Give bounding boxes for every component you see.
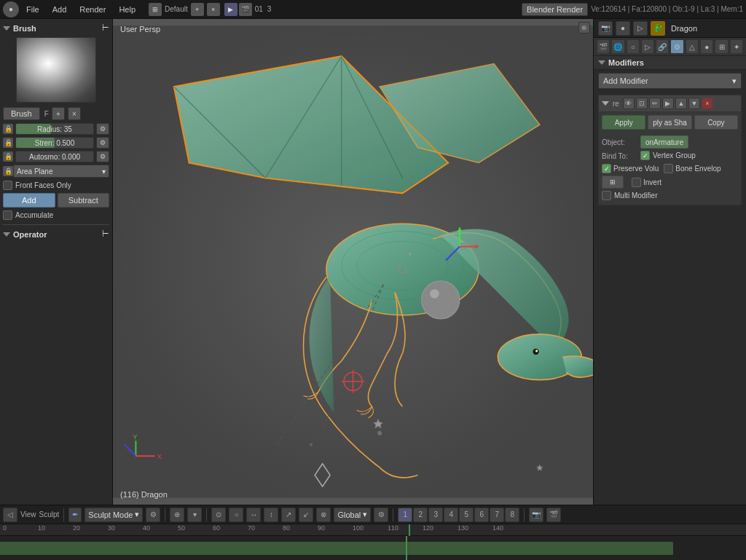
autosmooth-slider[interactable]: Autosmo: 0.000 [15, 151, 94, 162]
strength-slider[interactable]: Stren: 0.500 [15, 137, 94, 149]
front-faces-checkbox[interactable] [3, 181, 12, 190]
modifiers-section-header[interactable]: Modifiers [594, 56, 746, 70]
tool3-icon[interactable]: ↗ [281, 508, 296, 522]
autosmooth-lock-icon[interactable]: 🔒 [3, 151, 13, 162]
blender-logo-icon[interactable]: ● [3, 1, 19, 17]
mode-options-icon[interactable]: ⚙ [146, 508, 160, 522]
global-options-icon[interactable]: ⚙ [374, 508, 388, 522]
layer5-icon[interactable]: 5 [459, 508, 474, 522]
tool2-icon[interactable]: ↕ [264, 508, 278, 522]
scene-icon[interactable]: 🎬 [239, 3, 252, 16]
scene-props-icon[interactable]: 🌐 [611, 39, 624, 54]
accumulate-checkbox[interactable] [3, 210, 12, 220]
add-brush-btn[interactable]: + [52, 107, 65, 120]
bone-envelop-checkbox[interactable] [664, 164, 673, 173]
copy-btn[interactable]: Copy [694, 115, 738, 130]
particle-props-icon[interactable]: ✦ [730, 39, 743, 54]
edit-mode-icon[interactable]: ✏ [649, 98, 661, 109]
brush-tab[interactable]: Brush [3, 107, 40, 120]
render-menu[interactable]: Render [74, 4, 111, 15]
subtract-button[interactable]: Subtract [58, 193, 110, 208]
vertex-group-checkbox[interactable]: ✓ [640, 151, 650, 160]
timeline-frame-cursor[interactable] [406, 536, 407, 560]
realtime-icon[interactable]: ▶ [662, 98, 674, 109]
render-visibility-icon[interactable]: 👁 [623, 98, 635, 109]
modifiers-collapse-icon[interactable] [598, 60, 605, 65]
object-props-icon[interactable]: ▷ [641, 39, 654, 54]
world-props-icon[interactable]: ○ [627, 39, 640, 54]
viewport-corner-btn[interactable]: ⊕ [578, 22, 590, 33]
layer2-icon[interactable]: 2 [413, 508, 428, 522]
modifier-expand-icon[interactable] [602, 101, 609, 106]
sculpt-menu-btn[interactable]: Sculpt [39, 510, 60, 518]
help-menu[interactable]: Help [113, 4, 141, 15]
add-button[interactable]: Add [3, 193, 55, 208]
camera-icon-btn[interactable]: 📷 [598, 21, 613, 36]
engine-dropdown[interactable]: Blender Render [522, 3, 588, 16]
mode-lock-icon[interactable]: 🔒 [3, 166, 13, 176]
up-icon[interactable]: ▲ [675, 98, 687, 109]
preserve-vol-checkbox[interactable]: ✓ [602, 164, 611, 173]
camera-view-icon[interactable]: 📷 [529, 508, 543, 522]
add-layout-icon[interactable]: + [191, 3, 204, 16]
remove-brush-btn[interactable]: × [68, 107, 81, 120]
layer4-icon[interactable]: 4 [444, 508, 458, 522]
global-selector[interactable]: Global ▾ [334, 508, 371, 522]
layer8-icon[interactable]: 8 [505, 508, 519, 522]
brush-collapse-icon[interactable] [3, 26, 10, 31]
radius-options-btn[interactable]: ⚙ [96, 123, 109, 135]
render-icon[interactable]: 🎬 [546, 508, 561, 522]
timeline-cursor[interactable] [409, 524, 410, 536]
autosmooth-options-btn[interactable]: ⚙ [96, 151, 109, 162]
modifier-close-btn[interactable]: × [702, 98, 712, 109]
data-props-icon[interactable]: △ [686, 39, 699, 54]
invert-checkbox[interactable] [632, 178, 641, 187]
cage-icon[interactable]: ⊡ [636, 98, 648, 109]
down-icon[interactable]: ▼ [688, 98, 700, 109]
radius-slider[interactable]: Radius: 35 [15, 123, 94, 135]
tool4-icon[interactable]: ↙ [299, 508, 313, 522]
view-menu-btn[interactable]: View [20, 510, 36, 518]
radius-lock-icon[interactable]: 🔒 [3, 124, 13, 134]
tool1-icon[interactable]: ↔ [246, 508, 261, 522]
layer6-icon[interactable]: 6 [474, 508, 489, 522]
operator-collapse-icon[interactable] [3, 232, 10, 237]
multi-modifier-checkbox[interactable] [602, 191, 611, 200]
modifier-props-icon[interactable]: ⚙ [670, 39, 683, 54]
add-menu[interactable]: Add [47, 4, 73, 15]
layer7-icon[interactable]: 7 [490, 508, 504, 522]
operator-minimize-icon[interactable]: ⊢ [102, 229, 109, 239]
apply-btn[interactable]: Apply [602, 115, 645, 130]
texture-props-icon[interactable]: ⊞ [715, 39, 728, 54]
layer1-icon[interactable]: 1 [398, 508, 412, 522]
tool5-icon[interactable]: ⊗ [316, 508, 331, 522]
strength-options-btn[interactable]: ⚙ [96, 137, 109, 149]
dragon-icon[interactable]: 🐉 [651, 21, 665, 36]
accumulate-row: Accumulate [3, 210, 109, 220]
mode-selector[interactable]: Sculpt Mode ▾ [85, 508, 143, 522]
ply-as-sha-btn[interactable]: ply as Sha [648, 115, 691, 130]
viewport[interactable]: User Persp ⊕ [113, 19, 593, 505]
render-icon[interactable]: ▶ [224, 3, 237, 16]
armature-btn[interactable]: onArmature [640, 135, 688, 149]
material-props-icon[interactable]: ● [700, 39, 713, 54]
pivot-options-icon[interactable]: ▾ [187, 508, 202, 522]
nav-icon-btn[interactable]: ▷ [633, 21, 648, 36]
object-icon-btn[interactable]: ● [616, 21, 630, 36]
add-modifier-dropdown[interactable]: Add Modifier ▾ [598, 73, 742, 89]
constraint-props-icon[interactable]: 🔗 [656, 39, 669, 54]
timeline-track[interactable] [0, 536, 746, 560]
strength-lock-icon[interactable]: 🔒 [3, 138, 13, 148]
grid-prop-btn[interactable]: ⊞ [602, 176, 624, 189]
proportional-icon[interactable]: ○ [229, 508, 243, 522]
panel-minimize-icon[interactable]: ⊢ [102, 23, 109, 33]
layout-icon[interactable]: ⊞ [149, 3, 162, 16]
view-left-icon[interactable]: ◁ [3, 508, 17, 522]
layer3-icon[interactable]: 3 [428, 508, 443, 522]
close-layout-icon[interactable]: × [207, 3, 220, 16]
file-menu[interactable]: File [20, 4, 45, 15]
render-props-icon[interactable]: 🎬 [597, 39, 610, 54]
mode-dropdown[interactable]: Area Plane ▾ [13, 165, 109, 178]
snap-icon[interactable]: ⊙ [211, 508, 226, 522]
pivot-icon[interactable]: ⊕ [170, 508, 184, 522]
